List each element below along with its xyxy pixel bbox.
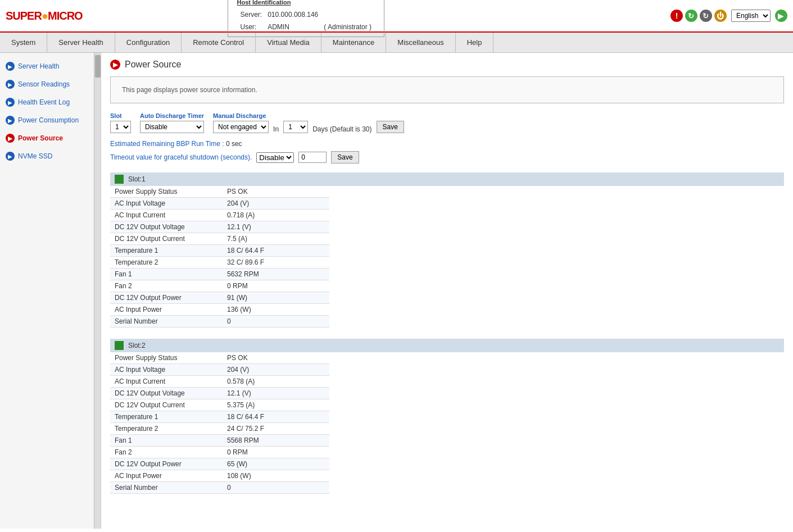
row-value: PS OK bbox=[223, 186, 329, 198]
row-value: 0 RPM bbox=[223, 447, 329, 458]
server-label: Server: bbox=[238, 9, 265, 20]
sidebar: ▶ Server Health ▶ Sensor Readings ▶ Heal… bbox=[0, 53, 101, 529]
sidebar-item-power-consumption[interactable]: ▶ Power Consumption bbox=[0, 111, 101, 129]
row-label: Fan 1 bbox=[110, 269, 223, 280]
timeout-select[interactable]: Disable Enable bbox=[256, 152, 294, 163]
timeout-row: Timeout value for graceful shutdown (sec… bbox=[110, 151, 784, 163]
save-button-1[interactable]: Save bbox=[377, 121, 404, 133]
sidebar-item-power-source[interactable]: ▶ Power Source bbox=[0, 129, 101, 147]
table-row: Serial Number0 bbox=[110, 482, 329, 494]
row-value: 12.1 (V) bbox=[223, 221, 329, 233]
nav-miscellaneous[interactable]: Miscellaneous bbox=[386, 33, 455, 52]
table-row: DC 12V Output Power91 (W) bbox=[110, 292, 329, 304]
sidebar-item-nvme-ssd[interactable]: ▶ NVMe SSD bbox=[0, 147, 101, 165]
row-label: DC 12V Output Power bbox=[110, 458, 223, 470]
refresh1-icon[interactable]: ↻ bbox=[685, 10, 697, 22]
nav-help[interactable]: Help bbox=[456, 33, 494, 52]
row-value: 0.718 (A) bbox=[223, 210, 329, 221]
row-value: 32 C/ 89.6 F bbox=[223, 257, 329, 269]
table-row: DC 12V Output Current5.375 (A) bbox=[110, 399, 329, 411]
content-area: ▶ Power Source This page displays power … bbox=[101, 53, 793, 529]
slot2-title: Slot:2 bbox=[128, 342, 146, 349]
header: SUPER●MICRO Host Identification Server: … bbox=[0, 0, 793, 33]
alert-icon[interactable]: ! bbox=[670, 10, 683, 22]
row-value: 24 C/ 75.2 F bbox=[223, 423, 329, 435]
row-value: 12.1 (V) bbox=[223, 388, 329, 399]
row-label: Power Supply Status bbox=[110, 352, 223, 364]
timeout-save-button[interactable]: Save bbox=[331, 151, 359, 163]
auto-discharge-label: Auto Discharge Timer bbox=[140, 112, 204, 119]
table-row: Fan 15568 RPM bbox=[110, 435, 329, 447]
row-value: 5632 RPM bbox=[223, 269, 329, 280]
nav-maintenance[interactable]: Maintenance bbox=[321, 33, 386, 52]
server-value: 010.000.008.146 bbox=[265, 9, 320, 20]
info-box: This page displays power source informat… bbox=[110, 76, 784, 103]
row-label: Temperature 2 bbox=[110, 423, 223, 435]
nav-configuration[interactable]: Configuration bbox=[115, 33, 182, 52]
row-label: Serial Number bbox=[110, 482, 223, 494]
sidebar-item-server-health[interactable]: ▶ Server Health bbox=[0, 57, 101, 75]
table-row: DC 12V Output Current7.5 (A) bbox=[110, 233, 329, 245]
timeout-input[interactable] bbox=[298, 152, 327, 163]
language-select[interactable]: English bbox=[731, 10, 771, 22]
sidebar-scrollbar[interactable] bbox=[94, 53, 101, 529]
slot1-header: Slot:1 bbox=[110, 172, 784, 186]
sidebar-item-sensor-readings[interactable]: ▶ Sensor Readings bbox=[0, 75, 101, 93]
sidebar-label-nvme-ssd: NVMe SSD bbox=[18, 152, 52, 160]
info-text: This page displays power source informat… bbox=[122, 86, 257, 94]
slot1-section: Slot:1 Power Supply StatusPS OKAC Input … bbox=[110, 172, 784, 328]
slot1-table: Power Supply StatusPS OKAC Input Voltage… bbox=[110, 186, 329, 328]
row-value: 0 bbox=[223, 482, 329, 494]
logo-area: SUPER●MICRO bbox=[6, 10, 84, 22]
nav-remote-control[interactable]: Remote Control bbox=[182, 33, 256, 52]
host-id-title: Host Identification bbox=[237, 0, 375, 8]
row-label: Temperature 2 bbox=[110, 257, 223, 269]
slot1-status-indicator bbox=[115, 175, 124, 184]
row-label: Temperature 1 bbox=[110, 411, 223, 423]
table-row: AC Input Power136 (W) bbox=[110, 304, 329, 316]
manual-discharge-inline: Not engaged Engaged In 1 7 14 30 Days (D… bbox=[213, 121, 404, 133]
arrow-icon: ▶ bbox=[6, 80, 15, 89]
row-value: 7.5 (A) bbox=[223, 233, 329, 245]
days-select[interactable]: 1 7 14 30 bbox=[283, 121, 308, 133]
manual-discharge-label: Manual Discharge bbox=[213, 112, 404, 119]
power-icon[interactable]: ⏻ bbox=[714, 10, 727, 22]
row-value: 0.578 (A) bbox=[223, 376, 329, 388]
arrow-icon: ▶ bbox=[6, 134, 15, 143]
row-label: DC 12V Output Voltage bbox=[110, 221, 223, 233]
go-button[interactable]: ▶ bbox=[775, 10, 787, 22]
row-label: Serial Number bbox=[110, 316, 223, 328]
header-right: ! ↻ ↻ ⏻ English ▶ bbox=[670, 10, 787, 22]
row-value: 136 (W) bbox=[223, 304, 329, 316]
host-identification-box: Host Identification Server: 010.000.008.… bbox=[228, 0, 384, 37]
table-row: Fan 15632 RPM bbox=[110, 269, 329, 280]
table-row: AC Input Voltage204 (V) bbox=[110, 364, 329, 376]
slot-select[interactable]: 1 2 bbox=[110, 121, 131, 133]
row-value: 65 (W) bbox=[223, 458, 329, 470]
table-row: Temperature 118 C/ 64.4 F bbox=[110, 245, 329, 257]
auto-discharge-select[interactable]: Disable Enable bbox=[140, 121, 204, 133]
nav-server-health[interactable]: Server Health bbox=[47, 33, 115, 52]
row-value: 108 (W) bbox=[223, 470, 329, 482]
table-row: Temperature 224 C/ 75.2 F bbox=[110, 423, 329, 435]
manual-discharge-select[interactable]: Not engaged Engaged bbox=[213, 121, 269, 133]
slot2-table: Power Supply StatusPS OKAC Input Voltage… bbox=[110, 352, 329, 494]
table-row: Fan 20 RPM bbox=[110, 280, 329, 292]
row-label: AC Input Power bbox=[110, 470, 223, 482]
refresh2-icon[interactable]: ↻ bbox=[700, 10, 712, 22]
slot1-title: Slot:1 bbox=[128, 175, 146, 183]
table-row: Power Supply StatusPS OK bbox=[110, 186, 329, 198]
page-title-row: ▶ Power Source bbox=[110, 60, 784, 70]
nav-system[interactable]: System bbox=[0, 33, 47, 52]
row-label: DC 12V Output Current bbox=[110, 399, 223, 411]
slot2-status-indicator bbox=[115, 341, 124, 350]
sidebar-item-health-event-log[interactable]: ▶ Health Event Log bbox=[0, 93, 101, 111]
nav-virtual-media[interactable]: Virtual Media bbox=[256, 33, 321, 52]
row-value: PS OK bbox=[223, 352, 329, 364]
page-title-icon: ▶ bbox=[110, 60, 120, 70]
row-label: Fan 2 bbox=[110, 447, 223, 458]
table-row: Serial Number0 bbox=[110, 316, 329, 328]
row-value: 0 bbox=[223, 316, 329, 328]
scrollbar-thumb[interactable] bbox=[95, 55, 101, 78]
row-label: DC 12V Output Current bbox=[110, 233, 223, 245]
